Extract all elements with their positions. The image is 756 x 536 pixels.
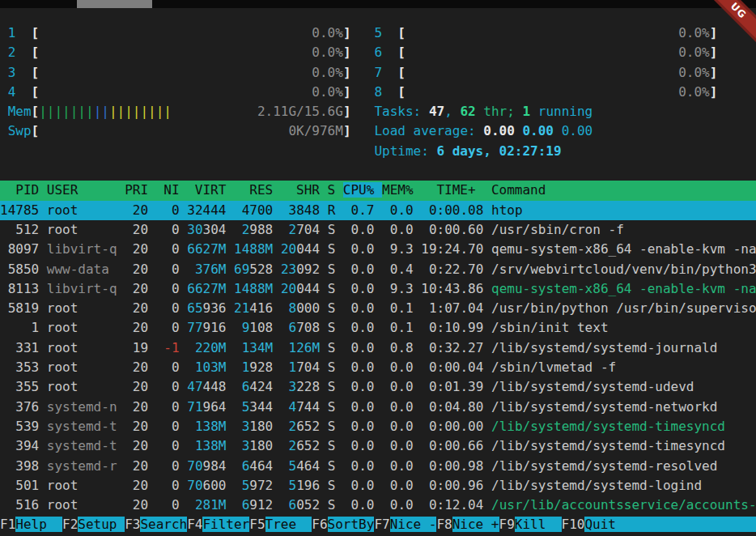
text-segment xyxy=(320,222,328,237)
text-segment: 344 xyxy=(249,399,273,415)
text-segment: 394 xyxy=(0,438,39,453)
text-segment: 936 xyxy=(203,300,227,316)
text-segment: 1 xyxy=(8,25,16,40)
fn-button-f4[interactable]: F4Filter xyxy=(187,517,249,532)
process-row-8097[interactable]: 8097 libvirt-q 20 0 6627M 1488M 20044 S … xyxy=(0,240,756,259)
text-segment: qemu-system-x86_64 -enable-kvm -na xyxy=(491,281,756,296)
text-segment: 704 xyxy=(296,359,320,375)
process-row-516[interactable]: 516 root 20 0 281M 6912 6052 S 0.0 0.0 0… xyxy=(0,496,756,515)
process-row-398[interactable]: 398 systemd-r 20 0 70984 6464 5464 S 0.0… xyxy=(0,457,756,476)
text-segment xyxy=(335,222,343,237)
text-segment: /usr/bin/python /usr/bin/superviso xyxy=(491,300,756,316)
process-row-8113[interactable]: 8113 libvirt-q 20 0 6627M 1488M 20044 S … xyxy=(0,279,756,299)
fn-button-f1[interactable]: F1Help xyxy=(0,517,62,532)
fn-key-label: F6 xyxy=(312,517,327,532)
text-segment xyxy=(335,241,343,257)
window-tab[interactable] xyxy=(77,0,152,8)
text-segment: 0 xyxy=(156,222,180,237)
text-segment: 516 xyxy=(0,497,39,513)
process-row-14785[interactable]: 14785 root 20 0 32444 4700 3848 R 0.7 0.… xyxy=(0,201,756,220)
text-segment xyxy=(320,340,328,355)
text-segment: S xyxy=(328,379,336,394)
text-segment: 0.0% xyxy=(678,65,710,80)
text-segment: 6 xyxy=(234,379,249,394)
text-segment xyxy=(0,123,8,138)
text-segment: 6 xyxy=(234,458,249,474)
fn-button-f5[interactable]: F5Tree xyxy=(249,517,312,532)
text-segment: 32444 xyxy=(187,202,226,218)
fn-key-label: F2 xyxy=(62,517,78,532)
text-segment xyxy=(148,478,156,493)
text-segment xyxy=(148,300,156,316)
text-segment xyxy=(414,262,422,277)
text-segment: root xyxy=(47,222,117,237)
text-segment: 20 xyxy=(281,241,296,257)
process-row-501[interactable]: 501 root 20 0 70600 5972 5196 S 0.0 0.0 … xyxy=(0,476,756,496)
process-row-394[interactable]: 394 systemd-t 20 0 138M 3180 2652 S 0.0 … xyxy=(0,436,756,456)
text-segment xyxy=(180,438,188,453)
text-segment xyxy=(320,497,328,513)
text-segment xyxy=(39,340,47,355)
fn-button-f10[interactable]: F10Quit xyxy=(562,517,632,532)
process-row-376[interactable]: 376 systemd-n 20 0 71964 5344 4744 S 0.0… xyxy=(0,398,756,417)
text-segment xyxy=(382,84,397,100)
fn-button-f8[interactable]: F8Nice + xyxy=(436,517,499,532)
text-segment: 0 xyxy=(156,241,180,257)
text-segment: root xyxy=(47,478,117,493)
text-segment xyxy=(180,222,188,237)
process-row-1[interactable]: 1 root 20 0 77916 9108 6708 S 0.0 0.1 0:… xyxy=(0,318,756,338)
text-segment xyxy=(273,438,281,453)
fn-button-f3[interactable]: F3Search xyxy=(125,517,187,532)
text-segment: 19:24.70 xyxy=(421,241,483,257)
text-segment xyxy=(0,84,8,100)
text-segment xyxy=(483,340,491,355)
text-segment xyxy=(226,359,234,375)
text-segment: 138M xyxy=(187,438,226,453)
fn-action-label: Kill xyxy=(515,517,562,532)
fn-button-f2[interactable]: F2Setup xyxy=(62,517,125,532)
text-segment: S xyxy=(328,241,336,257)
fn-key-label: F1 xyxy=(0,517,15,532)
text-segment xyxy=(414,458,422,474)
swap-meter-line: Swp[ 0K/976M] Load average: 0.00 0.00 0.… xyxy=(0,121,756,141)
text-segment: MEM% TIME+ Command xyxy=(382,182,546,198)
text-segment: 6 xyxy=(281,497,296,513)
text-segment xyxy=(375,340,383,355)
text-segment: 512 xyxy=(0,222,39,237)
text-segment: /usr/sbin/cron -f xyxy=(491,222,624,237)
fn-button-f6[interactable]: F6SortBy xyxy=(312,517,374,532)
text-segment: 0.0 xyxy=(382,359,414,375)
text-segment: 196 xyxy=(296,478,320,493)
text-segment: 416 xyxy=(249,300,273,316)
process-row-5819[interactable]: 5819 root 20 0 65936 21416 8000 S 0.0 0.… xyxy=(0,299,756,318)
text-segment: 3848 xyxy=(281,202,320,218)
process-row-355[interactable]: 355 root 20 0 47448 6424 3228 S 0.0 0.0 … xyxy=(0,377,756,397)
text-segment: 0:00.08 xyxy=(421,202,483,218)
text-segment: 9.3 xyxy=(382,281,414,296)
process-row-5850[interactable]: 5850 www-data 20 0 376M 69528 23092 S 0.… xyxy=(0,260,756,279)
process-row-353[interactable]: 353 root 20 0 103M 1928 1704 S 0.0 0.0 0… xyxy=(0,358,756,377)
text-segment xyxy=(15,65,31,80)
process-table-header[interactable]: PID USER PRI NI VIRT RES SHR S CPU% MEM%… xyxy=(0,181,756,200)
text-segment xyxy=(375,202,383,218)
function-key-bar: F1Help F2Setup F3SearchF4FilterF5Tree F6… xyxy=(0,515,756,534)
fn-button-f7[interactable]: F7Nice - xyxy=(374,517,436,532)
text-segment: 600 xyxy=(203,478,227,493)
fn-button-f9[interactable]: F9Kill xyxy=(499,517,562,532)
text-segment: S xyxy=(328,222,336,237)
text-segment: 0.0 xyxy=(382,458,414,474)
process-row-331[interactable]: 331 root 19 -1 220M 134M 126M S 0.0 0.8 … xyxy=(0,338,756,358)
text-segment xyxy=(39,65,312,80)
text-segment xyxy=(0,104,8,119)
process-row-539[interactable]: 539 systemd-t 20 0 138M 3180 2652 S 0.0 … xyxy=(0,417,756,436)
text-segment xyxy=(117,419,125,434)
process-row-512[interactable]: 512 root 20 0 30304 2988 2704 S 0.0 0.0 … xyxy=(0,220,756,240)
text-segment: 138M xyxy=(187,419,226,434)
text-segment xyxy=(320,320,328,335)
text-segment: 6627M xyxy=(187,241,226,257)
text-segment xyxy=(483,300,491,316)
text-segment xyxy=(414,300,422,316)
text-segment: root xyxy=(47,320,117,335)
text-segment xyxy=(148,340,156,355)
window-top-bar xyxy=(0,0,756,8)
